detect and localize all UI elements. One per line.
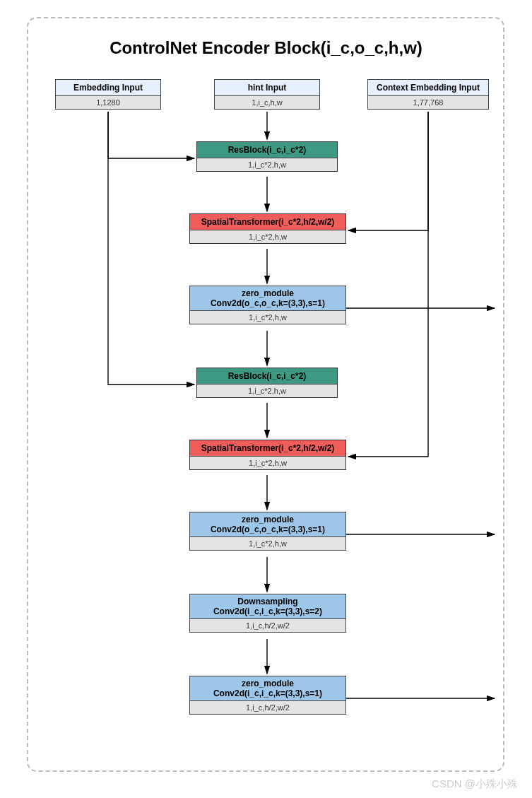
node-label: ResBlock(i_c,i_c*2) [197, 368, 337, 384]
node-shape: 1,i_c,h/2,w/2 [190, 618, 345, 632]
node-shape: 1,i_c,h/2,w/2 [190, 700, 345, 714]
node-label: zero_moduleConv2d(i_c,i_c,k=(3,3),s=1) [190, 676, 345, 700]
node-embedding-input: Embedding Input 1,1280 [55, 79, 161, 110]
node-resblock-1: ResBlock(i_c,i_c*2) 1,i_c*2,h,w [196, 141, 338, 172]
node-shape: 1,i_c,h,w [215, 95, 319, 109]
node-downsampling: DownsamplingConv2d(i_c,i_c,k=(3,3),s=2) … [189, 594, 346, 633]
node-spatialtransformer-2: SpatialTransformer(i_c*2,h/2,w/2) 1,i_c*… [189, 440, 346, 470]
node-shape: 1,i_c*2,h,w [197, 384, 337, 397]
watermark: CSDN @小殊小殊 [432, 778, 518, 791]
node-shape: 1,1280 [56, 95, 160, 109]
node-zero-module-1: zero_moduleConv2d(o_c,o_c,k=(3,3),s=1) 1… [189, 286, 346, 324]
node-label: zero_moduleConv2d(o_c,o_c,k=(3,3),s=1) [190, 512, 345, 536]
node-label: SpatialTransformer(i_c*2,h/2,w/2) [190, 440, 345, 456]
node-shape: 1,77,768 [368, 95, 488, 109]
node-hint-input: hint Input 1,i_c,h,w [214, 79, 320, 110]
node-label: zero_moduleConv2d(o_c,o_c,k=(3,3),s=1) [190, 286, 345, 310]
node-label: Context Embedding Input [368, 80, 488, 95]
node-shape: 1,i_c*2,h,w [190, 456, 345, 469]
node-label: DownsamplingConv2d(i_c,i_c,k=(3,3),s=2) [190, 594, 345, 618]
node-label: hint Input [215, 80, 319, 95]
node-resblock-2: ResBlock(i_c,i_c*2) 1,i_c*2,h,w [196, 368, 338, 398]
node-shape: 1,i_c*2,h,w [190, 230, 345, 243]
node-shape: 1,i_c*2,h,w [197, 158, 337, 171]
node-label: ResBlock(i_c,i_c*2) [197, 142, 337, 158]
node-label: Embedding Input [56, 80, 160, 95]
node-zero-module-3: zero_moduleConv2d(i_c,i_c,k=(3,3),s=1) 1… [189, 676, 346, 715]
node-spatialtransformer-1: SpatialTransformer(i_c*2,h/2,w/2) 1,i_c*… [189, 213, 346, 244]
node-label: SpatialTransformer(i_c*2,h/2,w/2) [190, 214, 345, 230]
diagram-title: ControlNet Encoder Block(i_c,o_c,h,w) [0, 38, 532, 58]
node-shape: 1,i_c*2,h,w [190, 536, 345, 550]
node-shape: 1,i_c*2,h,w [190, 310, 345, 324]
node-zero-module-2: zero_moduleConv2d(o_c,o_c,k=(3,3),s=1) 1… [189, 512, 346, 551]
node-context-input: Context Embedding Input 1,77,768 [367, 79, 489, 110]
